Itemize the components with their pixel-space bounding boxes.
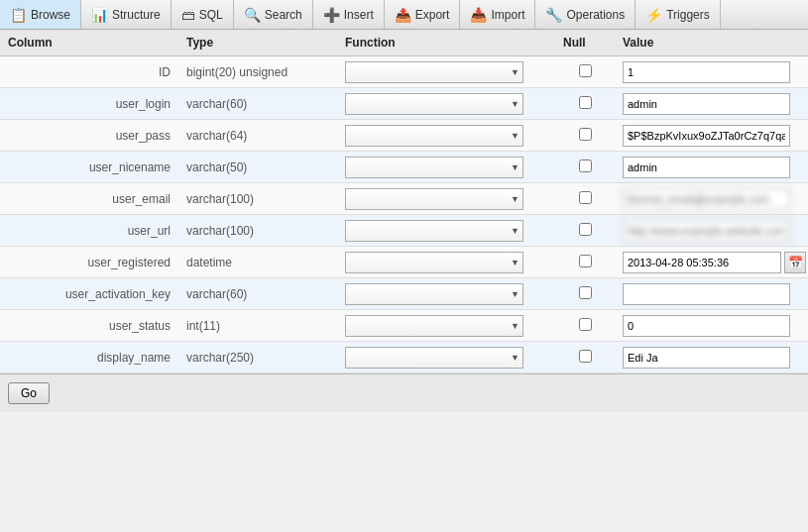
header-null: Null [555, 34, 615, 52]
value-cell[interactable] [615, 58, 808, 86]
function-cell[interactable] [337, 122, 555, 150]
column-name-cell: user_nicename [0, 158, 178, 177]
table-body: IDbigint(20) unsigneduser_loginvarchar(6… [0, 56, 808, 373]
value-input[interactable] [623, 125, 790, 147]
value-input[interactable] [623, 93, 790, 115]
value-cell[interactable] [615, 344, 808, 372]
value-cell[interactable] [615, 122, 808, 150]
value-input[interactable] [623, 315, 790, 337]
toolbar-btn-triggers[interactable]: ⚡Triggers [635, 0, 721, 29]
null-cell[interactable] [555, 252, 615, 273]
table-row: user_passvarchar(64) [0, 120, 808, 152]
value-cell[interactable] [615, 280, 808, 308]
toolbar-btn-insert[interactable]: ➕Insert [313, 0, 385, 29]
structure-icon: 📊 [91, 7, 108, 23]
toolbar-btn-search[interactable]: 🔍Search [234, 0, 313, 29]
function-cell[interactable] [337, 312, 555, 340]
value-input[interactable] [623, 188, 790, 210]
value-input[interactable] [623, 220, 790, 242]
value-cell[interactable] [615, 185, 808, 213]
value-input[interactable] [623, 347, 790, 369]
null-cell[interactable] [555, 283, 615, 305]
function-select[interactable] [345, 252, 523, 273]
column-name-cell: user_pass [0, 126, 178, 146]
null-checkbox[interactable] [579, 255, 592, 267]
table-row: user_activation_keyvarchar(60) [0, 278, 808, 310]
null-checkbox[interactable] [579, 160, 592, 172]
toolbar-btn-import[interactable]: 📥Import [460, 0, 535, 29]
function-select[interactable] [345, 61, 523, 83]
column-name-cell: user_status [0, 316, 178, 336]
browse-icon: 📋 [10, 7, 27, 23]
function-select[interactable] [345, 220, 523, 242]
null-cell[interactable] [555, 220, 615, 242]
header-function: Function [337, 34, 555, 52]
function-cell[interactable] [337, 154, 555, 181]
table-row: user_loginvarchar(60) [0, 88, 808, 120]
function-select[interactable] [345, 347, 523, 369]
null-cell[interactable] [555, 347, 615, 369]
toolbar-btn-export[interactable]: 📤Export [385, 0, 461, 29]
null-checkbox[interactable] [579, 286, 592, 299]
type-cell: bigint(20) unsigned [178, 62, 337, 82]
function-cell[interactable] [337, 185, 555, 213]
date-input[interactable] [623, 252, 781, 273]
null-checkbox[interactable] [579, 64, 592, 77]
table-row: user_registereddatetime📅 [0, 247, 808, 278]
null-checkbox[interactable] [579, 128, 592, 141]
function-select[interactable] [345, 157, 523, 178]
function-cell[interactable] [337, 280, 555, 308]
value-input[interactable] [623, 61, 790, 83]
null-checkbox[interactable] [579, 96, 592, 109]
import-icon: 📥 [470, 7, 487, 23]
function-select[interactable] [345, 125, 523, 147]
null-checkbox[interactable] [579, 191, 592, 204]
value-input[interactable] [623, 283, 790, 305]
null-checkbox[interactable] [579, 318, 592, 331]
table-row: display_namevarchar(250) [0, 342, 808, 373]
table-row: user_urlvarchar(100) [0, 215, 808, 247]
table-row: IDbigint(20) unsigned [0, 56, 808, 88]
function-cell[interactable] [337, 58, 555, 86]
sql-icon: 🗃 [181, 7, 195, 23]
null-cell[interactable] [555, 93, 615, 115]
value-cell[interactable] [615, 312, 808, 340]
function-select[interactable] [345, 188, 523, 210]
null-cell[interactable] [555, 188, 615, 210]
value-cell[interactable]: 📅 [615, 249, 808, 276]
function-cell[interactable] [337, 217, 555, 245]
type-cell: varchar(60) [178, 94, 337, 114]
function-cell[interactable] [337, 249, 555, 276]
column-name-cell: user_email [0, 189, 178, 209]
function-select[interactable] [345, 315, 523, 337]
function-cell[interactable] [337, 90, 555, 118]
column-name-cell: user_registered [0, 253, 178, 272]
column-name-cell: user_login [0, 94, 178, 114]
null-checkbox[interactable] [579, 350, 592, 363]
search-icon: 🔍 [244, 7, 261, 23]
table-row: user_statusint(11) [0, 310, 808, 342]
value-cell[interactable] [615, 90, 808, 118]
toolbar: 📋Browse📊Structure🗃SQL🔍Search➕Insert📤Expo… [0, 0, 808, 30]
toolbar-btn-sql[interactable]: 🗃SQL [172, 0, 234, 29]
function-select[interactable] [345, 283, 523, 305]
value-input[interactable] [623, 157, 790, 178]
toolbar-btn-operations[interactable]: 🔧Operations [535, 0, 635, 29]
null-cell[interactable] [555, 61, 615, 83]
toolbar-btn-browse[interactable]: 📋Browse [0, 0, 81, 29]
toolbar-btn-structure[interactable]: 📊Structure [81, 0, 172, 29]
value-cell[interactable] [615, 217, 808, 245]
function-cell[interactable] [337, 344, 555, 372]
type-cell: varchar(64) [178, 126, 337, 146]
header-value: Value [615, 34, 808, 52]
function-select[interactable] [345, 93, 523, 115]
null-cell[interactable] [555, 157, 615, 178]
operations-icon: 🔧 [545, 7, 562, 23]
null-cell[interactable] [555, 125, 615, 147]
calendar-icon[interactable]: 📅 [784, 252, 806, 273]
null-checkbox[interactable] [579, 223, 592, 236]
value-cell[interactable] [615, 154, 808, 181]
null-cell[interactable] [555, 315, 615, 337]
triggers-icon: ⚡ [645, 7, 662, 23]
go-button[interactable]: Go [8, 382, 50, 404]
